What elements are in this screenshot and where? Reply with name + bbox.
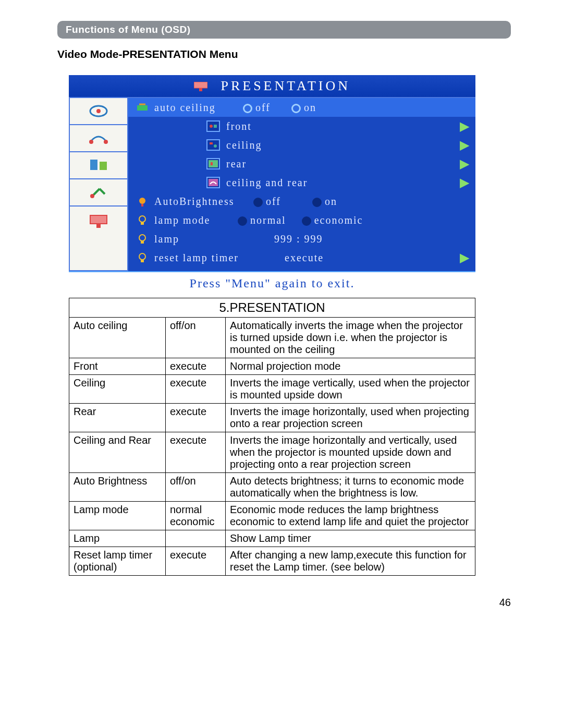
front-icon (206, 120, 220, 132)
arrow-icon: ▶ (460, 138, 470, 152)
presentation-table: 5.PRESENTATION Auto ceilingoff/onAutomat… (69, 298, 475, 576)
table-row: Auto ceilingoff/onAutomatically inverts … (69, 318, 475, 358)
sidebar-tab-audio[interactable] (70, 125, 127, 152)
osd-main: auto ceiling off on front ▶ ceilin (128, 98, 475, 271)
row-desc: Auto detects brightness; it turns to eco… (226, 473, 475, 502)
svg-rect-14 (214, 125, 217, 128)
svg-point-21 (139, 198, 145, 204)
menu-item-front[interactable]: front ▶ (128, 117, 475, 136)
row-value: execute (166, 375, 226, 404)
row-name: Auto ceiling (69, 318, 166, 358)
menu-item-lamp-mode[interactable]: lamp mode normal economic (128, 211, 475, 229)
svg-rect-19 (211, 162, 213, 165)
row-name: Ceiling (69, 375, 166, 404)
lamp-mode-economic[interactable]: economic (302, 214, 363, 226)
auto-brightness-on[interactable]: on (312, 196, 337, 208)
lamp-mode-normal[interactable]: normal (238, 214, 286, 226)
section-title: Functions of Menu (OSD) (66, 24, 190, 35)
lamp-icon (136, 233, 149, 245)
ceiling-label: ceiling (226, 139, 262, 151)
svg-rect-1 (199, 88, 202, 91)
svg-point-27 (139, 253, 145, 260)
svg-rect-16 (210, 142, 213, 144)
menu-item-ceiling-rear[interactable]: ceiling and rear ▶ (128, 173, 475, 192)
svg-point-8 (90, 194, 94, 198)
section-header: Functions of Menu (OSD) (57, 21, 511, 39)
osd-sidebar (69, 98, 128, 271)
row-name: Rear (69, 404, 166, 432)
svg-point-25 (139, 235, 145, 241)
osd-panel: PRESENTATION (69, 75, 475, 294)
row-value: off/on (166, 318, 226, 358)
menu-item-reset-lamp[interactable]: reset lamp timer execute ▶ (128, 248, 475, 267)
row-desc: Inverts the image horizontally and verti… (226, 432, 475, 473)
reset-lamp-label: reset lamp timer (154, 252, 285, 264)
auto-brightness-off[interactable]: off (253, 196, 281, 208)
row-value: execute (166, 404, 226, 432)
row-value: off/on (166, 473, 226, 502)
svg-point-5 (104, 140, 108, 144)
svg-rect-6 (90, 160, 97, 170)
svg-point-23 (139, 216, 145, 222)
row-name: Lamp mode (69, 502, 166, 530)
row-name: Ceiling and Rear (69, 432, 166, 473)
svg-rect-26 (141, 241, 144, 244)
menu-item-ceiling[interactable]: ceiling ▶ (128, 136, 475, 154)
table-row: LampShow Lamp timer (69, 530, 475, 547)
row-value: execute (166, 547, 226, 576)
row-name: Lamp (69, 530, 166, 547)
menu-item-lamp: lamp 999 : 999 (128, 229, 475, 248)
sidebar-tab-setting[interactable] (70, 152, 127, 179)
table-row: FrontexecuteNormal projection mode (69, 358, 475, 375)
row-desc: Inverts the image vertically, used when … (226, 375, 475, 404)
table-row: CeilingexecuteInverts the image vertical… (69, 375, 475, 404)
row-desc: After changing a new lamp,execute this f… (226, 547, 475, 576)
row-value: execute (166, 358, 226, 375)
svg-rect-9 (90, 215, 107, 224)
page-subheading: Video Mode-PRESENTATION Menu (57, 48, 511, 60)
row-desc: Automatically inverts the image when the… (226, 318, 475, 358)
sidebar-tab-presentation[interactable] (70, 207, 127, 236)
row-desc: Inverts the image horizontally, used whe… (226, 404, 475, 432)
front-label: front (226, 120, 252, 132)
row-name: Auto Brightness (69, 473, 166, 502)
svg-rect-11 (137, 105, 148, 111)
svg-point-13 (210, 125, 213, 128)
svg-rect-24 (141, 222, 144, 225)
auto-brightness-label: AutoBrightness (154, 196, 253, 208)
sidebar-tab-picture[interactable] (70, 98, 127, 125)
arrow-icon: ▶ (460, 119, 470, 134)
arrow-icon: ▶ (460, 250, 470, 265)
menu-item-rear[interactable]: rear ▶ (128, 154, 475, 173)
osd-footer: Press "Menu" again to exit. (69, 272, 475, 294)
row-value: normal economic (166, 502, 226, 530)
auto-ceiling-off[interactable]: off (243, 102, 271, 114)
sidebar-tab-advanced[interactable] (70, 179, 127, 207)
svg-point-4 (89, 140, 93, 144)
menu-item-auto-ceiling[interactable]: auto ceiling off on (128, 98, 475, 117)
row-desc: Economic mode reduces the lamp brightnes… (226, 502, 475, 530)
row-name: Reset lamp timer (optional) (69, 547, 166, 576)
svg-point-3 (96, 109, 101, 113)
table-row: Auto Brightnessoff/onAuto detects bright… (69, 473, 475, 502)
page-number: 46 (57, 597, 511, 609)
reset-lamp-icon (136, 252, 149, 263)
auto-brightness-icon (136, 196, 149, 207)
lamp-label: lamp (154, 233, 274, 245)
arrow-icon: ▶ (460, 156, 470, 171)
lamp-value: 999 : 999 (274, 233, 323, 245)
svg-rect-7 (100, 162, 107, 170)
presentation-header-icon (194, 79, 207, 89)
row-value: execute (166, 432, 226, 473)
lamp-mode-icon (136, 214, 149, 226)
arrow-icon: ▶ (460, 175, 470, 190)
table-title: 5.PRESENTATION (69, 298, 475, 318)
table-row: Lamp modenormal economicEconomic mode re… (69, 502, 475, 530)
reset-lamp-action: execute (285, 252, 324, 264)
menu-item-auto-brightness[interactable]: AutoBrightness off on (128, 192, 475, 211)
table-row: RearexecuteInverts the image horizontall… (69, 404, 475, 432)
lamp-mode-label: lamp mode (154, 214, 238, 226)
svg-rect-18 (209, 160, 218, 167)
row-name: Front (69, 358, 166, 375)
auto-ceiling-on[interactable]: on (291, 102, 316, 114)
